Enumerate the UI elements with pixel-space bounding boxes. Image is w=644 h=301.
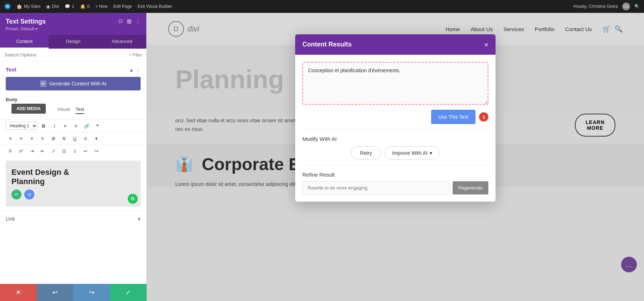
heading-select[interactable]: Heading 1 <box>6 122 38 130</box>
bubble-icon: 🔔 <box>80 4 86 9</box>
modify-section-label: Modify With AI <box>302 136 488 142</box>
sidebar-preset[interactable]: Preset: Default ▾ <box>6 26 141 31</box>
edit-preview-icon[interactable]: ✏ <box>11 189 21 199</box>
outdent-button[interactable]: ⇤ <box>38 146 47 156</box>
dropdown-button[interactable]: ▾ <box>92 134 101 143</box>
bubbles-count: 0 <box>87 4 90 9</box>
regenerate-label: Regenerate <box>458 185 483 191</box>
modal-close-button[interactable]: × <box>484 41 488 48</box>
wp-icon: W <box>4 3 11 10</box>
dots-icon[interactable]: ⋮ <box>135 18 141 24</box>
ai-preview-icon[interactable]: ◎ <box>24 189 34 199</box>
improve-dropdown-icon: ▾ <box>430 150 432 156</box>
divider-1 <box>302 130 488 130</box>
search-input[interactable] <box>4 52 126 58</box>
sidebar-content: Text ▴ ⋮ ✦ Generate Content With AI Body… <box>0 61 146 301</box>
align-justify-button[interactable]: ≡ <box>38 134 47 143</box>
ol-button[interactable]: ≡ <box>71 121 80 130</box>
emoji-button[interactable]: ☺ <box>70 146 79 156</box>
sidebar-tabs: Content Design Advanced <box>0 35 146 49</box>
divi-item[interactable]: ◉ Divi <box>46 4 59 9</box>
undo-button[interactable]: ↩ <box>81 146 90 156</box>
comments-count: 1 <box>72 4 74 9</box>
paste-button[interactable]: ⎘ <box>6 146 15 156</box>
refine-input[interactable] <box>302 181 450 194</box>
text-section-dots[interactable]: ⋮ <box>136 67 141 73</box>
text-preview: Event Design &Planning ✏ ◎ G <box>6 161 141 207</box>
link-button[interactable]: 🔗 <box>82 121 91 130</box>
text-section-header: Text ▴ ⋮ <box>0 61 146 75</box>
redo-button[interactable]: ↪ <box>92 146 101 156</box>
strikethrough-button[interactable]: S <box>59 134 69 143</box>
use-this-text-button[interactable]: Use This Text <box>431 110 475 124</box>
comments-item[interactable]: 💬 1 <box>65 4 74 9</box>
underline-button[interactable]: U <box>70 134 79 143</box>
edit-page-item[interactable]: Edit Page <box>113 4 132 9</box>
generate-ai-button[interactable]: ✦ Generate Content With AI <box>6 77 141 90</box>
bubbles-item[interactable]: 🔔 0 <box>80 4 90 9</box>
divider-2 <box>302 166 488 166</box>
ai-button-label: Generate Content With AI <box>49 81 107 87</box>
visual-tab[interactable]: Visual <box>57 107 70 114</box>
tab-design-label: Design <box>66 39 80 44</box>
grid-icon[interactable]: ▦ <box>127 18 132 24</box>
resize-icon[interactable]: ⊡ <box>118 18 123 24</box>
divi-icon: ◉ <box>46 4 50 9</box>
toolbar-row-3: ⎘ x² ⇥ ⇤ ⤢ Ω ☺ ↩ ↪ <box>0 144 146 157</box>
link-section[interactable]: Link ▾ <box>0 210 146 227</box>
fullscreen-button[interactable]: ⤢ <box>49 146 58 156</box>
ul-button[interactable]: ≡ <box>60 121 70 130</box>
admin-search-icon[interactable]: 🔍 <box>634 4 640 9</box>
save-button[interactable]: ✓ <box>110 284 147 301</box>
divi-label: Divi <box>52 4 59 9</box>
improve-with-ai-button[interactable]: Improve With AI ▾ <box>385 146 440 160</box>
italic-button[interactable]: I <box>50 121 59 130</box>
bold-button[interactable]: B <box>39 121 48 130</box>
table-button[interactable]: ⊞ <box>49 134 58 143</box>
greeting-text: Howdy, Christina Gwira <box>574 4 618 9</box>
result-textarea[interactable]: Conception et planification d'événements… <box>302 62 488 105</box>
redo-icon: ↪ <box>89 288 94 296</box>
redo-bottom-button[interactable]: ↪ <box>73 284 110 301</box>
editor-tabs: Visual Text <box>57 107 84 114</box>
tab-content[interactable]: Content <box>0 35 49 49</box>
sidebar-header-icons-row: ⊡ ▦ ⋮ <box>118 18 141 24</box>
refine-row: Regenerate <box>302 181 488 194</box>
tab-advanced[interactable]: Advanced <box>98 35 146 49</box>
edit-page-label: Edit Page <box>113 4 132 9</box>
save-icon: ✓ <box>126 288 131 296</box>
link-label: Link <box>6 216 15 222</box>
quote-button[interactable]: ❝ <box>93 121 102 130</box>
special-char-button[interactable]: Ω <box>59 146 69 156</box>
align-center-button[interactable]: ≡ <box>16 134 26 143</box>
exit-builder-item[interactable]: Exit Visual Builder <box>138 4 172 9</box>
wp-icon-item[interactable]: W <box>4 3 11 10</box>
body-label: Body <box>0 95 146 104</box>
modal-body: Conception et planification d'événements… <box>295 55 496 202</box>
user-avatar[interactable]: CG <box>622 3 630 10</box>
tab-design[interactable]: Design <box>49 35 97 49</box>
cancel-button[interactable]: ✕ <box>0 284 37 301</box>
undo-bottom-button[interactable]: ↩ <box>37 284 74 301</box>
grammarly-badge[interactable]: G <box>128 194 138 204</box>
align-left-button[interactable]: ≡ <box>6 134 15 143</box>
align-right-button[interactable]: ≡ <box>27 134 36 143</box>
use-text-row: Use This Text 1 <box>302 110 488 124</box>
text-section-chevron-up[interactable]: ▴ <box>130 67 133 73</box>
improve-label: Improve With AI <box>392 150 428 156</box>
text-tab[interactable]: Text <box>75 107 84 114</box>
font-color-button[interactable]: A <box>81 134 90 143</box>
new-item[interactable]: + New <box>95 4 107 9</box>
preview-icons: ✏ ◎ <box>11 189 135 199</box>
retry-button[interactable]: Retry <box>351 146 381 160</box>
my-sites-item[interactable]: 🏠 My Sites <box>16 4 40 9</box>
content-results-modal: Content Results × Conception et planific… <box>295 34 496 202</box>
link-chevron-icon: ▾ <box>138 216 141 222</box>
indent-button[interactable]: ⇥ <box>27 146 36 156</box>
add-media-button[interactable]: ADD MEDIA <box>11 104 46 114</box>
regenerate-button[interactable]: Regenerate <box>453 181 488 194</box>
filter-label: + Filter <box>129 53 142 58</box>
filter-button[interactable]: + Filter <box>129 53 142 58</box>
sidebar-header-wrapper: Text Settings Preset: Default ▾ ⊡ ▦ ⋮ <box>0 13 146 35</box>
superscript-button[interactable]: x² <box>16 146 26 156</box>
